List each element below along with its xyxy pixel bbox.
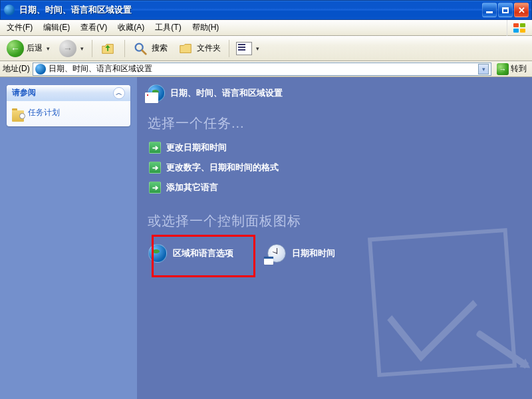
go-arrow-icon: → [497, 63, 509, 75]
folders-icon [177, 40, 194, 57]
task-add-languages[interactable]: 添加其它语言 [149, 182, 521, 194]
back-label: 后退 [27, 43, 43, 54]
task-label: 添加其它语言 [166, 182, 218, 194]
cpl-date-time[interactable]: 日期和时间 [267, 243, 335, 263]
toolbar-separator [124, 40, 125, 57]
cpl-label: 区域和语言选项 [173, 247, 233, 259]
search-button[interactable]: 搜索 [129, 37, 172, 60]
category-header: 日期、时间、语言和区域设置 [148, 84, 521, 102]
address-label: 地址(D) [3, 63, 30, 74]
control-panel-icon [35, 64, 46, 74]
scheduled-tasks-icon [12, 108, 24, 118]
sidebar: 请参阅 ︿ 任务计划 [0, 77, 137, 399]
forward-button[interactable]: → ▾ [57, 37, 88, 60]
menu-file[interactable]: 文件(F) [1, 21, 38, 35]
menu-help[interactable]: 帮助(H) [187, 21, 225, 35]
nav-toolbar: ← 后退 ▾ → ▾ 搜索 文件夹 ▾ [0, 36, 532, 61]
pick-icon-heading: 或选择一个控制面板图标 [148, 212, 521, 230]
maximize-button[interactable] [498, 3, 513, 17]
back-arrow-icon: ← [7, 40, 24, 57]
folders-label: 文件夹 [197, 43, 221, 54]
go-label: 转到 [511, 63, 527, 74]
views-icon [236, 42, 252, 55]
address-value: 日期、时间、语言和区域设置 [49, 63, 152, 74]
address-field[interactable]: 日期、时间、语言和区域设置 [33, 63, 491, 76]
collapse-icon[interactable]: ︿ [113, 87, 125, 99]
address-bar: 地址(D) 日期、时间、语言和区域设置 → 转到 [0, 61, 532, 77]
back-button[interactable]: ← 后退 ▾ [4, 37, 54, 60]
folders-button[interactable]: 文件夹 [174, 37, 225, 60]
toolbar-separator [229, 40, 229, 57]
menu-favorites[interactable]: 收藏(A) [112, 21, 150, 35]
search-label: 搜索 [152, 43, 168, 54]
forward-arrow-icon: → [59, 40, 76, 57]
task-label: 更改数字、日期和时间的格式 [166, 162, 279, 174]
views-button[interactable]: ▾ [233, 39, 263, 58]
sidebar-link-label: 任务计划 [28, 107, 60, 118]
window-titlebar: 日期、时间、语言和区域设置 ✕ [0, 0, 532, 20]
task-arrow-icon [149, 182, 161, 194]
task-change-date-time[interactable]: 更改日期和时间 [149, 142, 521, 154]
search-icon [132, 40, 149, 57]
seealso-header-label: 请参阅 [12, 87, 36, 98]
cpl-label: 日期和时间 [292, 247, 335, 259]
task-label: 更改日期和时间 [166, 142, 227, 154]
seealso-panel: 请参阅 ︿ 任务计划 [7, 85, 130, 126]
toolbar-separator [92, 40, 92, 57]
folder-up-icon [99, 40, 116, 57]
window-icon [3, 4, 15, 16]
menu-bar: 文件(F) 编辑(E) 查看(V) 收藏(A) 工具(T) 帮助(H) [0, 20, 532, 36]
close-button[interactable]: ✕ [514, 3, 529, 17]
globe-icon [148, 243, 168, 263]
windows-logo-icon [507, 20, 531, 36]
task-arrow-icon [149, 142, 161, 154]
content-pane: 日期、时间、语言和区域设置 选择一个任务... 更改日期和时间 更改数字、日期和… [137, 77, 532, 399]
minimize-button[interactable] [482, 3, 497, 17]
cpl-regional-language[interactable]: 区域和语言选项 [148, 243, 233, 263]
chevron-down-icon: ▾ [80, 45, 84, 52]
menu-view[interactable]: 查看(V) [75, 21, 112, 35]
go-button[interactable]: → 转到 [494, 63, 529, 76]
task-change-formats[interactable]: 更改数字、日期和时间的格式 [149, 162, 521, 174]
pick-a-task-heading: 选择一个任务... [148, 114, 521, 132]
menu-edit[interactable]: 编辑(E) [38, 21, 75, 35]
main-area: 请参阅 ︿ 任务计划 日期、时间、语言和区域设置 选择一个任务... [0, 77, 532, 399]
address-dropdown-button[interactable] [478, 64, 489, 74]
category-title: 日期、时间、语言和区域设置 [170, 87, 283, 99]
clock-icon [267, 243, 287, 263]
chevron-down-icon: ▾ [47, 45, 50, 52]
menu-tools[interactable]: 工具(T) [150, 21, 186, 35]
window-title: 日期、时间、语言和区域设置 [19, 4, 482, 16]
sidebar-link-scheduled-tasks[interactable]: 任务计划 [12, 106, 125, 120]
task-arrow-icon [149, 162, 161, 174]
svg-line-1 [142, 50, 146, 54]
up-button[interactable] [96, 37, 120, 60]
chevron-down-icon: ▾ [256, 45, 259, 52]
seealso-header[interactable]: 请参阅 ︿ [7, 85, 130, 101]
